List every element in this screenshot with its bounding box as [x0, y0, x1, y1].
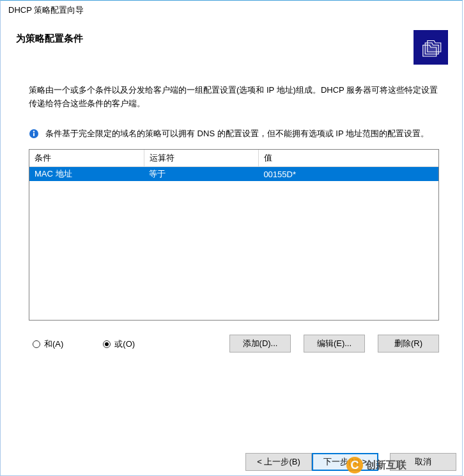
radio-and-label: 和(A): [44, 338, 63, 350]
conditions-table[interactable]: 条件 运算符 值 MAC 地址 等于 00155D*: [29, 149, 439, 321]
info-text: 条件基于完全限定的域名的策略可以拥有 DNS 的配置设置，但不能拥有选项或 IP…: [45, 127, 429, 141]
wizard-icon: [414, 30, 448, 65]
folder-stack-icon: [417, 34, 444, 61]
wizard-window: DHCP 策略配置向导 为策略配置条件 策略由一个或多个条件以及分发给客户端的一…: [0, 0, 463, 476]
back-button[interactable]: < 上一步(B): [245, 453, 312, 471]
radio-circle-icon: [33, 340, 40, 348]
svg-point-1: [33, 131, 35, 132]
cell-operator: 等于: [144, 167, 258, 182]
col-header-operator[interactable]: 运算符: [144, 150, 258, 167]
cell-value: 00155D*: [258, 167, 438, 182]
table-row[interactable]: MAC 地址 等于 00155D*: [29, 167, 438, 182]
edit-button[interactable]: 编辑(E)...: [304, 335, 365, 353]
radio-and[interactable]: 和(A): [33, 338, 63, 350]
svg-rect-2: [33, 132, 35, 136]
col-header-value[interactable]: 值: [258, 150, 438, 167]
description-text: 策略由一个或多个条件以及分发给客户端的一组配置设置(选项和 IP 地址)组成。D…: [29, 84, 439, 111]
radio-or[interactable]: 或(O): [103, 338, 135, 350]
cancel-button[interactable]: 取消: [390, 453, 456, 471]
delete-button[interactable]: 删除(R): [378, 335, 439, 353]
page-heading: 为策略配置条件: [16, 30, 414, 45]
window-title: DHCP 策略配置向导: [1, 1, 462, 19]
info-icon: [29, 129, 39, 139]
col-header-condition[interactable]: 条件: [29, 150, 144, 167]
next-button[interactable]: 下一步(N) >: [312, 453, 378, 471]
radio-or-label: 或(O): [114, 338, 135, 350]
cell-condition: MAC 地址: [29, 167, 144, 182]
add-button[interactable]: 添加(D)...: [229, 335, 291, 353]
radio-circle-icon: [103, 340, 111, 348]
